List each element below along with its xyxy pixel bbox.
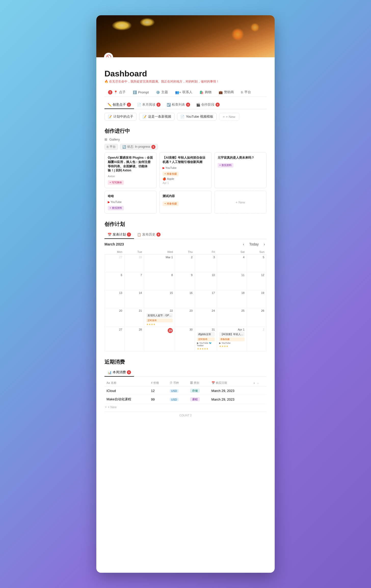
chip-plan-points[interactable]: 📝 计划中的点子 (104, 113, 137, 120)
card1-author: Axton (108, 175, 153, 178)
cal-cell: Mar 1 (144, 255, 175, 272)
tab-publish-plan[interactable]: 📅 发表计划 7 (104, 231, 134, 239)
expense-category-icloud: 存储 (188, 387, 209, 395)
tab-reading[interactable]: 📄 本月阅读 3 (134, 101, 164, 109)
cal-cell: 16 (175, 290, 195, 308)
contacts-icon: 👥+ (175, 90, 181, 94)
expense-icon: 📊 (108, 371, 112, 374)
nav-item-shop[interactable]: 🛍️ 购物 (196, 88, 215, 97)
cal-row-4: 20 21 22 发现性人超节：GP… 定时发布 ★★★★ 23 24 (105, 308, 267, 327)
tab-badge-9: 9 (127, 370, 131, 374)
cal-cell: 28 (124, 255, 144, 272)
calendar-navigation: ‹ Today › (241, 242, 267, 247)
tab-creation-stage[interactable]: 🎬 创作阶段 6 (193, 101, 223, 109)
card4-platform: ▶ YouTube (108, 200, 153, 204)
calendar-grid: Mon Tue Wed Thu Fri Sat Sun 27 28 Mar 1 (104, 249, 267, 351)
more-icon[interactable]: ··· (257, 381, 259, 385)
card-openai: OpenAI 重磅发布 Plugins：全面颠覆AI应用，插人包：如何注册等待列… (104, 152, 157, 188)
theme-icon: ⚙️ (156, 90, 160, 94)
youtube-icon-2: ▶ (163, 166, 165, 170)
cal-cell: 19 (247, 290, 266, 308)
expense-price-icloud: 12 (149, 387, 168, 395)
point-icon: 📍 (114, 90, 118, 94)
nav-label-contacts: 联系人 (182, 90, 192, 94)
nav-item-platform[interactable]: ⎘ 平台 (237, 88, 255, 97)
col-name: Aa 名称 (104, 379, 149, 387)
cal-stars-22: ★★★★ (146, 323, 173, 326)
nav-label-platform: 平台 (244, 90, 251, 94)
nav-item-theme[interactable]: ⚙️ 主题 (152, 88, 171, 97)
cal-th-fri: Fri (195, 249, 217, 255)
cal-th-wed: Wed (144, 249, 175, 255)
cal-cell: 14 (124, 290, 144, 308)
status-filter-icon: 🔄 (122, 145, 126, 149)
nav-item-contacts[interactable]: 👥+ 联系人 (171, 88, 196, 97)
cal-cell: 23 (175, 308, 195, 327)
cal-cell: 2 (247, 327, 266, 351)
expense-actions-2 (251, 395, 267, 404)
expense-count-bar: COUNT 2 (104, 412, 267, 419)
col-currency-icon: ⏱ (170, 381, 173, 384)
cal-cell-29: 29 (144, 327, 175, 351)
chip-yt-template[interactable]: 📄 YouTube 视频模板 (177, 113, 217, 120)
card3-title: 元宇宙真的是人类未来吗？ (218, 156, 263, 160)
publish-history-icon: 📋 (137, 233, 141, 237)
page-subtitle: 在无尽生命中，我所处皆完美而圆满。我正在对的地方，对的时刻，做对的事情！ (104, 79, 267, 84)
creation-in-progress-section: 创作进行中 ⊞ Gallery ⎘ 平台 🔄 状态: In progress 6 (104, 128, 267, 214)
cal-cell: 24 (195, 308, 217, 327)
new-card-btn[interactable]: + New (214, 191, 267, 214)
status-badge-num: 6 (151, 145, 155, 149)
filter-platform[interactable]: ⎘ 平台 (104, 144, 118, 150)
next-month-btn[interactable]: › (262, 242, 267, 247)
tab-badge-8: 8 (156, 233, 161, 237)
today-btn[interactable]: Today (248, 242, 260, 247)
cal-cell: 2 (175, 255, 195, 272)
col-actions: + ··· (251, 379, 267, 387)
expense-add-row-btn[interactable]: + + New (104, 404, 267, 411)
expense-table: Aa 名称 # 价格 ⏱ 币种 ☰ 类别 📅 购买日期 (104, 379, 267, 404)
expense-section-title: 近期消费 (104, 359, 267, 365)
col-price-icon: # (151, 381, 153, 384)
expense-actions-1 (251, 387, 267, 395)
cal-cell: 9 (175, 272, 195, 290)
card2-platform: ▶ YouTube (163, 166, 208, 170)
tab-creative-icon: ✏️ (108, 103, 112, 107)
youtube-icon-4: ▶ (108, 200, 110, 204)
prev-month-btn[interactable]: ‹ (241, 242, 246, 247)
filter-status[interactable]: 🔄 状态: In progress 6 (120, 144, 158, 150)
tab-check-table[interactable]: ☑️ 检查列表 4 (164, 101, 193, 109)
chip-doc-icon-3: 📄 (180, 115, 184, 119)
chip-new-btn[interactable]: + + New (219, 113, 239, 120)
cal-cell: 4 (217, 255, 247, 272)
chip-new-video[interactable]: 📝 这是一条新视频 (139, 113, 175, 120)
card4-title: 哈哈 (108, 194, 153, 198)
tab-creative-points[interactable]: ✏️ 创意点子 2 (104, 101, 134, 109)
currency-badge-2: USD (170, 398, 179, 401)
chip-doc-icon-2: 📝 (142, 115, 147, 119)
plus-icon-expense: + (105, 405, 107, 409)
expense-row-make: Make自动化课程 99 USD 课程 March 29, 2023 (104, 395, 267, 404)
cal-cell: 20 (105, 308, 125, 327)
category-badge-2: 课程 (190, 397, 200, 401)
cal-tag-22: 定时发布 (146, 319, 173, 322)
nav-item-prompt[interactable]: ℹ️ Prompt (129, 88, 152, 97)
expense-date-icloud: March 29, 2023 (209, 387, 251, 395)
cal-cell: 18 (217, 290, 247, 308)
cal-cell: 5 (247, 255, 266, 272)
nav-label-point: 点子 (119, 90, 126, 94)
col-category-icon: ☰ (190, 381, 193, 384)
shop-icon: 🛍️ (200, 90, 204, 94)
nav-item-point[interactable]: 1 📍 点子 (104, 88, 129, 97)
cal-cell: 15 (144, 290, 175, 308)
section-meta-bar: ⊞ Gallery (104, 138, 267, 141)
tab-this-week[interactable]: 📊 本周消费 9 (104, 368, 134, 377)
card3-tag: + 查找资料 (218, 163, 234, 168)
bokeh-2 (250, 23, 259, 32)
hero-image: 🚫 (96, 15, 275, 57)
cal-th-sun: Sun (247, 249, 266, 255)
expense-currency-make: USD (168, 395, 188, 404)
cal-row-1: 27 28 Mar 1 2 3 4 5 (105, 255, 267, 272)
tab-publish-history[interactable]: 📋 发布历史 8 (134, 231, 164, 239)
add-icon[interactable]: + (253, 381, 255, 385)
nav-item-sponsor[interactable]: 💼 赞助商 (215, 88, 237, 97)
